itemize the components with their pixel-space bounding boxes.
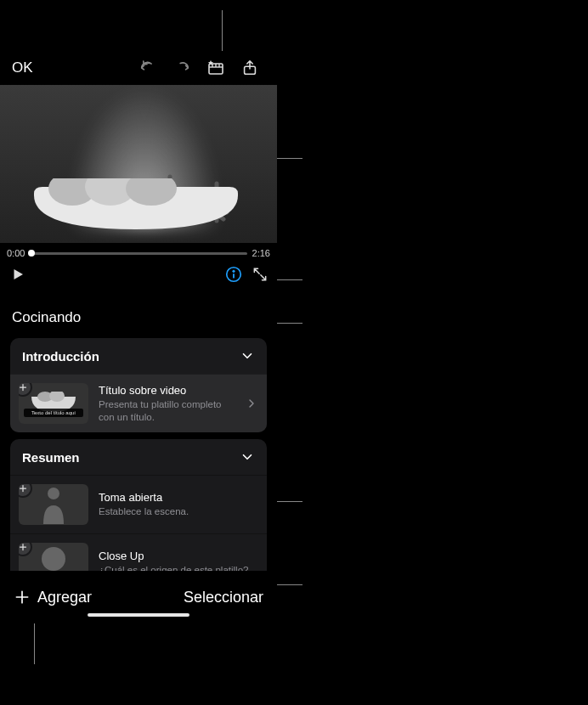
chevron-down-icon xyxy=(240,348,255,364)
storyboard-sections: Introducción Texto del título aquí xyxy=(0,338,277,592)
shot-description: Establece la escena. xyxy=(99,505,258,517)
section-header[interactable]: Introducción xyxy=(10,338,267,374)
fullscreen-button[interactable] xyxy=(252,266,269,283)
storyboard-icon xyxy=(206,58,226,78)
playback-controls xyxy=(0,258,277,292)
info-button[interactable] xyxy=(224,265,243,284)
storyboard-button[interactable] xyxy=(204,56,228,80)
svg-rect-11 xyxy=(233,274,235,279)
shot-title: Toma abierta xyxy=(99,491,258,504)
shot-description: Presenta tu platillo completo con un tít… xyxy=(99,398,235,423)
share-button[interactable] xyxy=(238,56,262,80)
redo-button[interactable] xyxy=(170,56,194,80)
plate-graphic xyxy=(25,178,246,238)
section-card: Introducción Texto del título aquí xyxy=(10,338,267,432)
plus-icon xyxy=(19,543,28,552)
scrubber: 0:00 2:16 xyxy=(0,243,277,258)
shot-row[interactable]: Texto del título aquí Título sobre video… xyxy=(10,374,267,432)
svg-point-10 xyxy=(233,270,235,272)
shot-title: Título sobre video xyxy=(99,384,235,397)
play-button[interactable] xyxy=(8,265,27,284)
svg-point-14 xyxy=(48,488,59,499)
callout-line xyxy=(277,158,302,159)
thumb-title-placeholder: Texto del título aquí xyxy=(24,409,83,417)
shot-thumbnail[interactable]: Texto del título aquí xyxy=(19,383,88,424)
plus-icon xyxy=(14,589,31,606)
top-toolbar: OK xyxy=(0,51,277,85)
scrubber-track[interactable] xyxy=(30,252,246,255)
ok-button[interactable]: OK xyxy=(12,59,33,76)
shot-thumbnail[interactable] xyxy=(19,484,88,525)
info-icon xyxy=(224,265,243,284)
callout-line xyxy=(222,10,223,54)
app-window: OK xyxy=(0,51,277,623)
duration-label: 2:16 xyxy=(252,248,270,258)
svg-point-15 xyxy=(42,547,65,571)
shot-title: Close Up xyxy=(99,550,258,562)
undo-button[interactable] xyxy=(136,56,160,80)
add-media-badge[interactable] xyxy=(19,484,32,498)
home-indicator xyxy=(88,613,189,617)
scrubber-handle[interactable] xyxy=(28,250,35,257)
undo-icon xyxy=(139,59,157,77)
bottom-toolbar: Agregar Seleccionar xyxy=(0,571,277,623)
person-silhouette-icon xyxy=(37,485,71,524)
expand-icon xyxy=(252,266,269,283)
project-title[interactable]: Cocinando xyxy=(0,292,277,338)
chevron-right-icon xyxy=(245,397,258,410)
section-header[interactable]: Resumen xyxy=(10,439,267,475)
shot-row[interactable]: Toma abierta Establece la escena. xyxy=(10,475,267,533)
plus-icon xyxy=(19,383,28,392)
current-time-label: 0:00 xyxy=(7,248,25,258)
add-label: Agregar xyxy=(37,589,92,606)
play-icon xyxy=(10,267,25,282)
section-title: Introducción xyxy=(22,349,99,364)
share-icon xyxy=(240,59,259,77)
add-button[interactable]: Agregar xyxy=(14,589,92,606)
select-button[interactable]: Seleccionar xyxy=(184,589,263,606)
video-preview[interactable] xyxy=(0,85,277,243)
plus-icon xyxy=(19,484,28,494)
section-card: Resumen Toma abierta Establ xyxy=(10,439,267,592)
redo-icon xyxy=(172,59,191,77)
section-title: Resumen xyxy=(22,450,80,465)
chevron-down-icon xyxy=(240,449,255,465)
